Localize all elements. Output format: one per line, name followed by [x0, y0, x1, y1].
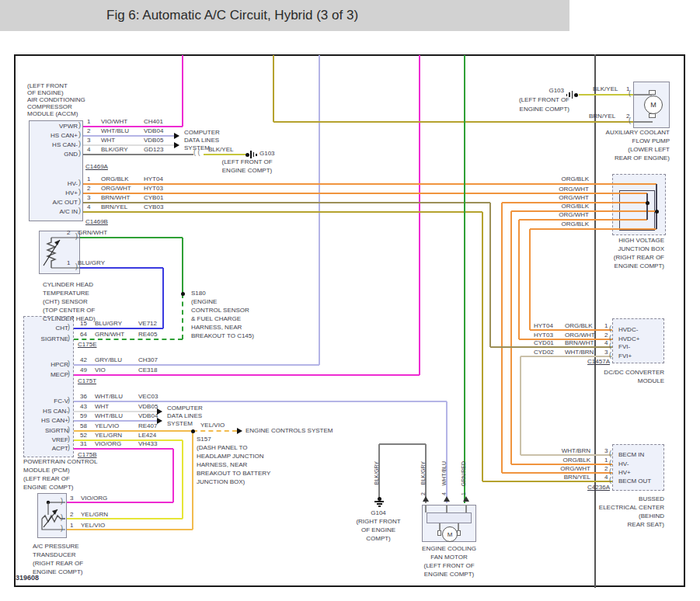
figure-number: 319608 — [16, 575, 39, 582]
ground-symbol — [256, 154, 257, 156]
wire-label: 2 — [87, 186, 90, 192]
wire — [482, 481, 612, 482]
ground-symbol — [250, 151, 252, 158]
wire-label: BLK/GRY — [374, 461, 379, 485]
wire-label: RE407 — [138, 423, 157, 429]
wire — [521, 356, 612, 357]
wire-label: CYB03 — [144, 204, 163, 210]
wire-label: DATA LINES — [167, 413, 202, 419]
wire-label: HYT03 — [144, 186, 163, 192]
pin-label: FC-V — [54, 398, 68, 405]
pin-arrow-icon — [444, 496, 450, 502]
wire-label: ORG/BLK — [561, 203, 589, 210]
pin-label: BECM OUT — [618, 478, 651, 485]
pin-label: HS CAN+ — [50, 133, 78, 139]
wire-label: COMPRESSOR — [27, 104, 72, 110]
flow-arrow-icon — [157, 408, 162, 415]
connector-label: C1457A — [587, 359, 610, 365]
pin-label: HV+ — [618, 470, 631, 476]
wire-label: VDB05 — [138, 404, 158, 410]
ground-label: G103 — [549, 88, 564, 94]
wire — [273, 55, 274, 122]
wire-label: HEADLAMP JUNCTION — [197, 453, 264, 460]
wire — [74, 439, 183, 441]
wire — [83, 183, 656, 185]
wire-label: 59 — [80, 413, 87, 419]
wire — [489, 203, 491, 347]
wire-label: POWERTRAIN CONTROL — [23, 459, 97, 465]
wire — [74, 420, 157, 422]
motor-icon: M — [442, 526, 458, 542]
wire-label: VEC03 — [138, 394, 158, 400]
wire — [465, 505, 467, 512]
wire-label: ELECTRICAL CENTER — [599, 505, 664, 511]
pin-label: A/C IN — [59, 209, 78, 215]
wire-label: 52 — [80, 433, 87, 439]
wire — [67, 529, 193, 530]
wire-label: ORG/WHT — [565, 332, 595, 339]
wire-label: VIO/WHT — [101, 119, 127, 125]
wire-label: FLOW PUMP — [632, 138, 670, 144]
wire-label: CYB01 — [144, 195, 163, 201]
wire — [419, 55, 420, 375]
wire-label: TRANSDUCER — [33, 552, 76, 558]
pin-label: FVI+ — [618, 353, 632, 360]
wire — [520, 356, 521, 455]
figure-title: Fig 6: Automatic A/C Circuit, Hybrid (3 … — [106, 8, 358, 23]
wire-label: A/C PRESSURE — [33, 544, 79, 550]
wire-label: (RIGHT REAR OF — [614, 255, 664, 261]
wire-label: JUNCTION BOX — [618, 246, 664, 252]
connector-label: C175T — [78, 378, 96, 384]
wire-label: ORG/WHT — [560, 466, 590, 472]
pin-label: SIGRTN — [45, 428, 68, 434]
pin-bracket: ( — [609, 342, 611, 349]
pin-bracket: ( — [629, 90, 631, 97]
wire-label: BREAKOUT TO C145) — [191, 333, 254, 339]
wire-label: ENGINE COMPT) — [33, 569, 82, 575]
wire-label: OF ENGINE) — [27, 90, 64, 96]
wire-label: BRN/YEL — [589, 113, 615, 120]
wire-label: GRN/RED — [461, 461, 466, 486]
wire-label: (DASH PANEL TO — [197, 445, 248, 451]
pin-bracket: ( — [629, 117, 631, 124]
wire-label: MODULE (ACCM) — [27, 111, 78, 117]
wire-label: WHT/BLU — [441, 461, 447, 486]
wire-label: REAR OF ENGINE) — [615, 155, 670, 162]
wire-label: DC/DC CONVERTER — [604, 370, 664, 376]
wire-label: HARNESS, NEAR — [191, 325, 242, 331]
pin-bracket: ) — [68, 360, 70, 367]
wire-label: GRN/WHT — [95, 332, 124, 338]
pin-bracket: ( — [609, 460, 611, 467]
wire-label: BLK/YEL — [593, 86, 618, 92]
wire-label: YEL/GRN — [81, 512, 108, 518]
wiring-diagram-page: Fig 6: Automatic A/C Circuit, Hybrid (3 … — [0, 0, 700, 601]
wire — [83, 126, 183, 127]
wire-label: CYD02 — [534, 349, 554, 356]
pin-bracket: ) — [68, 370, 70, 377]
wire-label: OF ENGINE — [361, 527, 395, 533]
wire-label: 49 — [80, 367, 87, 373]
wire-label: 4 — [604, 474, 608, 481]
wire-label: 1 — [604, 457, 608, 464]
wire-label: SYSTEM — [167, 421, 193, 427]
wire-label: 43 — [80, 404, 87, 410]
flow-arrow-icon — [157, 418, 162, 424]
wire — [502, 472, 612, 474]
connector-label: C1469A — [85, 164, 108, 170]
splice-label: S180 — [191, 290, 206, 297]
wire-label: VDB04 — [138, 413, 158, 419]
pin-bracket: ( — [609, 468, 611, 475]
connector-label: C175E — [78, 342, 96, 348]
wire-label: WHT — [101, 137, 115, 144]
wire-label: FAN MOTOR — [430, 554, 467, 561]
wire — [67, 518, 183, 519]
wire-label: 58 — [80, 423, 87, 429]
wire — [162, 268, 164, 328]
pin-label: HS CAN- — [52, 142, 78, 148]
wire — [273, 121, 633, 123]
junction-dot — [378, 497, 381, 501]
wire — [530, 228, 656, 230]
wire — [193, 430, 237, 432]
wire — [80, 267, 163, 269]
wire-label: (LEFT FRONT — [27, 83, 68, 89]
